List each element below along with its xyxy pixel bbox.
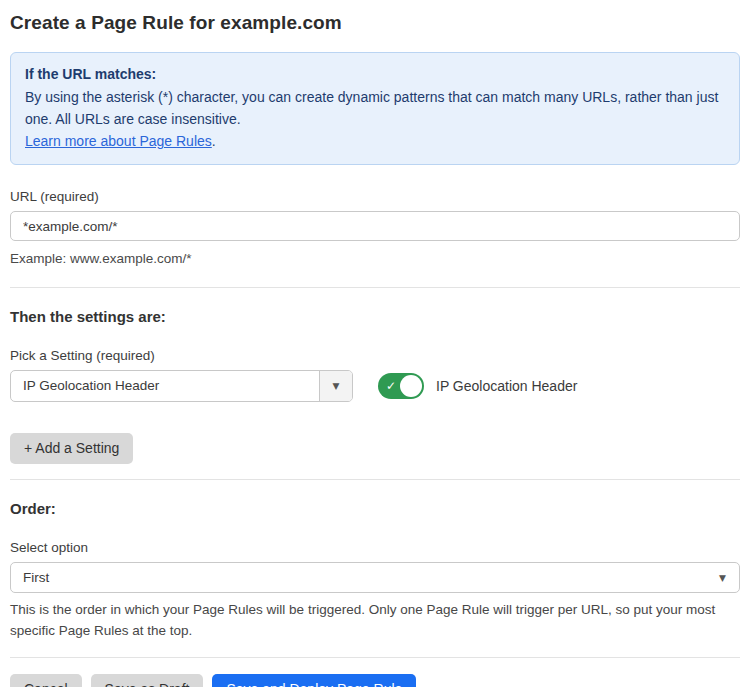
order-select-value: First	[11, 563, 739, 592]
order-helper-text: This is the order in which your Page Rul…	[10, 599, 740, 641]
add-setting-row: + Add a Setting	[10, 433, 740, 464]
select-option-label: Select option	[10, 540, 740, 555]
learn-more-link[interactable]: Learn more about Page Rules	[25, 133, 212, 149]
url-match-info-box: If the URL matches: By using the asteris…	[10, 52, 740, 165]
settings-section-heading: Then the settings are:	[10, 308, 740, 325]
info-box-heading: If the URL matches:	[25, 63, 725, 85]
divider	[10, 287, 740, 288]
page-title: Create a Page Rule for example.com	[10, 12, 740, 34]
chevron-down-icon: ▼	[333, 382, 340, 391]
check-icon: ✓	[386, 379, 396, 393]
link-suffix: .	[212, 133, 216, 149]
setting-dropdown-value: IP Geolocation Header	[11, 371, 319, 401]
ip-geolocation-toggle[interactable]: ✓	[378, 373, 424, 399]
setting-picker-row: IP Geolocation Header ▼ ✓ IP Geolocation…	[10, 370, 740, 402]
chevron-down-icon: ▼	[719, 573, 726, 582]
order-section-heading: Order:	[10, 500, 740, 517]
divider	[10, 479, 740, 480]
add-setting-button[interactable]: + Add a Setting	[10, 433, 133, 464]
info-box-link-line: Learn more about Page Rules.	[25, 130, 725, 152]
pick-setting-label: Pick a Setting (required)	[10, 348, 740, 363]
divider	[10, 657, 740, 658]
toggle-label: IP Geolocation Header	[436, 378, 577, 394]
save-as-draft-button[interactable]: Save as Draft	[91, 674, 204, 687]
order-select[interactable]: First ▼	[10, 562, 740, 593]
setting-dropdown[interactable]: IP Geolocation Header ▼	[10, 370, 353, 402]
url-field-label: URL (required)	[10, 189, 740, 204]
form-actions: Cancel Save as Draft Save and Deploy Pag…	[10, 674, 740, 687]
toggle-knob	[400, 375, 422, 397]
url-input[interactable]	[10, 211, 740, 241]
url-field-helper: Example: www.example.com/*	[10, 248, 740, 269]
info-box-body: By using the asterisk (*) character, you…	[25, 86, 725, 130]
cancel-button[interactable]: Cancel	[10, 674, 82, 687]
setting-dropdown-button[interactable]: ▼	[319, 371, 352, 401]
save-and-deploy-button[interactable]: Save and Deploy Page Rule	[212, 674, 416, 687]
